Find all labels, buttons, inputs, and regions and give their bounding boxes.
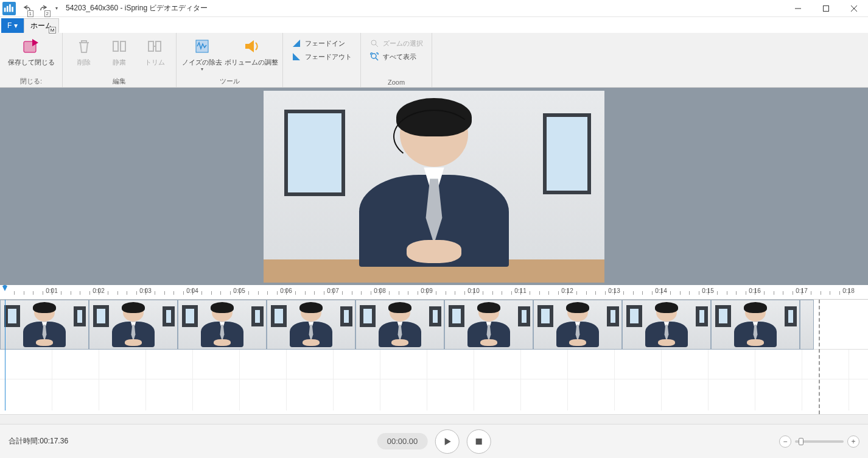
delete-button: 削除 [66, 34, 102, 66]
remove-noise-button[interactable]: ノイズの除去 ▾ [180, 34, 224, 72]
trim-button: トリム [137, 34, 172, 66]
app-icon [2, 2, 16, 15]
close-group-label: 閉じる: [4, 77, 58, 87]
silence-button: 静粛 [102, 34, 137, 66]
ruler-tick: 0:10 [467, 287, 479, 294]
svg-rect-1 [7, 5, 9, 12]
ruler-tick: 0:04 [186, 287, 198, 294]
video-preview[interactable] [264, 91, 604, 283]
close-button[interactable] [840, 0, 868, 17]
timeline-grid [0, 350, 868, 410]
home-tab-key: M [49, 27, 57, 33]
tool-group-label: ツール [180, 77, 279, 87]
qat-dropdown[interactable]: ▾ [52, 5, 61, 11]
file-tab-key: F [7, 21, 12, 30]
ribbon-tabstrip: F ▾ ホーム M [0, 17, 868, 33]
ribbon-group-close: 保存して閉じる 閉じる: [0, 33, 63, 87]
trim-icon [145, 37, 164, 56]
ruler-tick: 0:17 [796, 287, 807, 294]
zoom-show-all-button[interactable]: すべて表示 [367, 50, 425, 63]
timeline-thumbnail[interactable] [267, 300, 355, 350]
zoom-in-button[interactable]: + [847, 435, 859, 448]
zoom-control: − + [779, 435, 859, 448]
svg-rect-9 [156, 41, 161, 51]
svg-point-12 [371, 54, 376, 58]
stop-button[interactable] [466, 429, 491, 454]
timeline-thumbnail[interactable] [800, 300, 814, 350]
ruler-tick: 0:09 [421, 287, 432, 294]
playhead-line [5, 300, 5, 410]
timeline-thumbnail[interactable] [178, 300, 267, 350]
ruler-tick: 0:06 [280, 287, 292, 294]
ruler-tick: 0:15 [702, 287, 713, 294]
redo-key-badge: 2 [44, 10, 51, 17]
redo-button[interactable]: 2 [35, 2, 52, 15]
fade-out-icon [292, 52, 301, 62]
svg-rect-8 [149, 41, 153, 51]
ruler-tick: 0:14 [655, 287, 667, 294]
volume-icon [242, 37, 261, 56]
noise-icon [192, 37, 212, 56]
ruler-tick: 0:02 [93, 287, 104, 294]
ribbon-group-tool: ノイズの除去 ▾ ボリュームの調整 ツール [177, 33, 283, 87]
timeline-thumbnail[interactable] [533, 300, 622, 350]
timeline-thumbnail[interactable] [89, 300, 178, 350]
timeline[interactable] [0, 300, 868, 414]
timeline-thumbnail[interactable] [711, 300, 800, 350]
title-bar: 1 2 ▾ 54203_640x360 - iSpring ビデオエディター [0, 0, 868, 17]
timeline-thumbnail[interactable] [0, 300, 89, 350]
video-track[interactable] [0, 300, 868, 350]
zoom-selection-button: ズームの選択 [367, 37, 425, 50]
silence-icon [110, 37, 129, 56]
ribbon-group-zoom: ズームの選択 すべて表示 Zoom [361, 33, 432, 87]
svg-rect-13 [475, 439, 481, 445]
status-bar: 合計時間:00:17.36 00:00.00 − + [0, 424, 868, 458]
zoom-out-button[interactable]: − [779, 435, 791, 448]
timeline-thumbnail[interactable] [444, 300, 533, 350]
ruler-tick: 0:11 [514, 287, 526, 294]
ruler-tick: 0:13 [608, 287, 620, 294]
ruler-tick: 0:05 [233, 287, 245, 294]
save-and-close-button[interactable]: 保存して閉じる [4, 34, 58, 66]
zoom-selection-icon [369, 38, 379, 48]
timecode-display[interactable]: 00:00.00 [377, 433, 428, 449]
zoom-slider[interactable] [795, 440, 844, 443]
save-close-icon [21, 37, 41, 56]
total-duration: 合計時間:00:17.36 [9, 436, 68, 446]
svg-rect-6 [113, 41, 118, 51]
play-button[interactable] [435, 429, 459, 454]
ruler-tick: 0:18 [842, 287, 854, 294]
zoom-all-icon [369, 52, 379, 62]
timeline-thumbnail[interactable] [355, 300, 444, 350]
timeline-thumbnail[interactable] [622, 300, 711, 350]
undo-button[interactable]: 1 [18, 2, 35, 15]
trash-icon [74, 37, 94, 56]
fade-out-button[interactable]: フェードアウト [289, 50, 354, 63]
edit-group-label: 編集 [66, 77, 172, 87]
undo-key-badge: 1 [27, 10, 33, 17]
svg-rect-4 [824, 5, 829, 11]
ribbon-group-edit: 削除 静粛 トリム 編集 [63, 33, 177, 87]
svg-rect-0 [4, 7, 6, 12]
file-tab[interactable]: F ▾ [1, 18, 24, 33]
fade-in-icon [292, 38, 301, 48]
svg-rect-3 [12, 7, 13, 12]
fade-in-button[interactable]: フェードイン [289, 37, 354, 50]
ruler-tick: 0:01 [46, 287, 57, 294]
timeline-ruler[interactable]: 0:010:020:030:040:050:060:070:080:090:10… [0, 285, 868, 300]
ruler-tick: 0:03 [139, 287, 151, 294]
ruler-tick: 0:12 [561, 287, 573, 294]
preview-area [0, 88, 868, 285]
minimize-button[interactable] [784, 0, 812, 17]
home-tab[interactable]: ホーム M [24, 18, 59, 33]
timeline-scrollbar[interactable] [0, 414, 868, 424]
adjust-volume-button[interactable]: ボリュームの調整 [224, 34, 279, 66]
zoom-group-label: Zoom [365, 79, 428, 87]
ruler-tick: 0:07 [327, 287, 338, 294]
maximize-button[interactable] [812, 0, 840, 17]
ruler-tick: 0:16 [749, 287, 760, 294]
clip-end-marker [819, 300, 820, 414]
svg-point-11 [371, 40, 376, 45]
ribbon: 保存して閉じる 閉じる: 削除 静粛 トリム 編集 ノイズの除去 [0, 33, 868, 88]
ruler-tick: 0:08 [374, 287, 385, 294]
